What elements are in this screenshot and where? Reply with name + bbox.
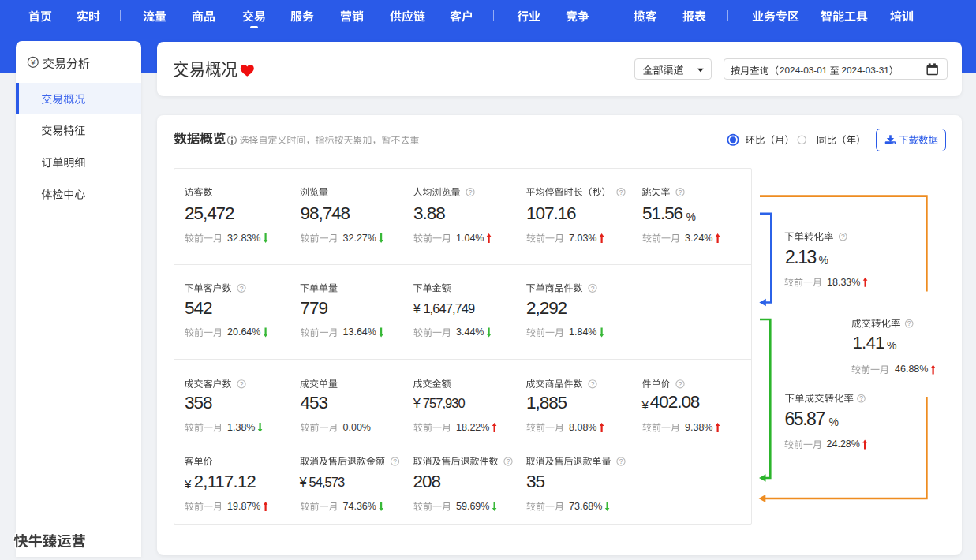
svg-text:?: ?: [679, 189, 682, 196]
svg-text:?: ?: [679, 380, 682, 388]
svg-text:?: ?: [619, 457, 623, 465]
svg-text:?: ?: [591, 380, 595, 388]
svg-text:?: ?: [507, 457, 510, 465]
svg-text:?: ?: [591, 285, 595, 293]
svg-text:?: ?: [240, 285, 244, 293]
svg-text:?: ?: [393, 457, 397, 465]
svg-text:?: ?: [859, 394, 863, 402]
svg-text:?: ?: [841, 233, 845, 241]
svg-text:?: ?: [907, 319, 911, 327]
svg-text:?: ?: [619, 189, 623, 196]
svg-text:¥: ¥: [30, 58, 36, 66]
svg-text:?: ?: [469, 189, 473, 196]
svg-text:?: ?: [240, 380, 244, 388]
